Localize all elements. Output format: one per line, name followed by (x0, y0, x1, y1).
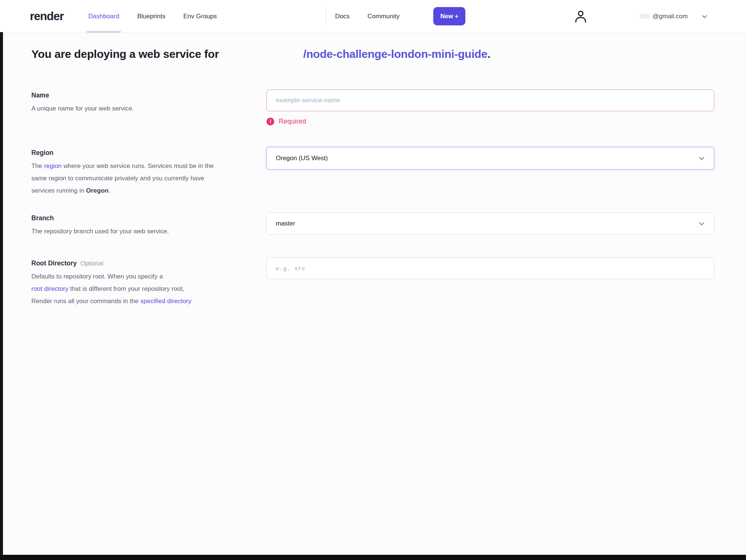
account-menu[interactable]: @gmail.com (640, 12, 709, 21)
chevron-down-icon (697, 154, 706, 162)
nav-item-docs[interactable]: Docs (334, 0, 351, 32)
new-button[interactable]: New + (433, 7, 465, 25)
name-label: Name (31, 91, 227, 99)
name-description: A unique name for your web service. (31, 102, 227, 115)
web-service-form: Name A unique name for your web service.… (31, 90, 746, 307)
top-nav-bar: render Dashboard Blueprints Env Groups D… (0, 0, 746, 33)
user-icon[interactable] (573, 8, 589, 25)
redacted-username (640, 14, 650, 19)
region-field-row: Region The region where your web service… (31, 147, 746, 197)
region-description: The region where your web service runs. … (31, 160, 227, 197)
page-title-prefix: You are deploying a web service for (31, 48, 219, 60)
region-desc-period: . (109, 187, 110, 194)
primary-nav: Dashboard Blueprints Env Groups Docs Com… (87, 0, 416, 32)
root-desc-line-1: Defaults to repository root. When you sp… (31, 270, 227, 283)
nav-item-community[interactable]: Community (366, 0, 401, 32)
name-field-row: Name A unique name for your web service.… (31, 90, 746, 125)
region-desc-text: The (31, 162, 44, 169)
service-name-input[interactable] (266, 90, 714, 111)
branch-select-value: master (276, 220, 295, 227)
error-exclamation-icon: ! (266, 118, 274, 125)
region-select-value: Oregon (US West) (276, 155, 328, 162)
left-edge-bar (0, 32, 3, 560)
nav-item-env-groups[interactable]: Env Groups (182, 0, 218, 32)
root-directory-label: Root DirectoryOptional (31, 259, 227, 267)
root-desc-line-2-rest: that is different from your repository r… (68, 285, 184, 292)
account-email: @gmail.com (652, 13, 688, 20)
region-desc-link[interactable]: region (44, 162, 62, 169)
name-error-row: ! Required (266, 118, 714, 125)
bottom-edge-bar (0, 555, 746, 560)
branch-label: Branch (31, 214, 227, 222)
branch-field-row: Branch The repository branch used for yo… (31, 212, 746, 237)
optional-tag: Optional (81, 260, 103, 267)
root-directory-description: Defaults to repository root. When you sp… (31, 270, 227, 307)
repo-link[interactable]: /node-challenge-london-mini-guide (303, 48, 487, 60)
page-title: You are deploying a web service for/node… (31, 48, 746, 60)
nav-item-blueprints[interactable]: Blueprints (136, 0, 167, 32)
page-title-suffix: . (487, 48, 490, 60)
root-directory-label-text: Root Directory (31, 259, 77, 267)
specified-directory-link[interactable]: specified directory (140, 298, 191, 305)
branch-description: The repository branch used for your web … (31, 225, 227, 237)
chevron-down-icon (697, 220, 706, 228)
root-directory-link[interactable]: root directory (31, 285, 68, 292)
chevron-down-icon[interactable] (700, 12, 709, 21)
root-directory-field-row: Root DirectoryOptional Defaults to repos… (31, 258, 746, 307)
root-desc-line-2: root directory that is different from yo… (31, 283, 227, 295)
branch-select[interactable]: master (266, 212, 714, 235)
nav-divider (326, 8, 326, 25)
render-logo[interactable]: render (30, 10, 63, 23)
region-label: Region (31, 149, 227, 157)
region-select[interactable]: Oregon (US West) (266, 147, 714, 169)
nav-item-dashboard[interactable]: Dashboard (87, 0, 121, 32)
root-directory-input[interactable] (266, 258, 714, 279)
deploy-form-page: You are deploying a web service for/node… (0, 33, 746, 307)
name-error-text: Required (279, 118, 306, 125)
root-desc-line-3-text: Render runs all your commands in the (31, 298, 140, 305)
region-desc-oregon: Oregon (86, 187, 108, 194)
root-desc-line-3: Render runs all your commands in the spe… (31, 295, 227, 307)
